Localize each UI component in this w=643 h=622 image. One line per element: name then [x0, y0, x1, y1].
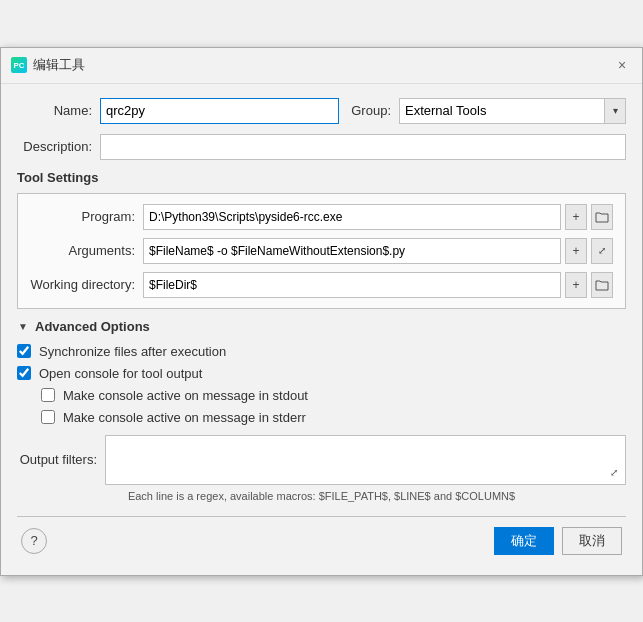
group-dropdown-btn[interactable]: ▾ — [604, 98, 626, 124]
name-input[interactable] — [100, 98, 339, 124]
output-filters-input[interactable] — [106, 436, 603, 484]
make-active-stdout-checkbox[interactable] — [41, 388, 55, 402]
output-filters-label: Output filters: — [17, 452, 97, 467]
title-bar-left: PC 编辑工具 — [11, 56, 85, 74]
name-label: Name: — [17, 103, 92, 118]
collapse-arrow[interactable]: ▼ — [17, 320, 29, 332]
confirm-button[interactable]: 确定 — [494, 527, 554, 555]
arguments-label: Arguments: — [30, 243, 135, 258]
description-label: Description: — [17, 139, 92, 154]
hint-text-content: Each line is a regex, available macros: … — [128, 490, 515, 502]
folder-icon-2 — [595, 279, 609, 291]
arguments-expand-btn[interactable]: ⤢ — [591, 238, 613, 264]
arguments-add-btn[interactable]: + — [565, 238, 587, 264]
button-row: ? 确定 取消 — [17, 527, 626, 561]
program-row: Program: + — [30, 204, 613, 230]
tool-settings-box: Program: + Arguments: + ⤢ — [17, 193, 626, 309]
advanced-options-header: ▼ Advanced Options — [17, 319, 626, 334]
tool-settings-title: Tool Settings — [17, 170, 626, 185]
group-label: Group: — [347, 103, 391, 118]
working-dir-add-btn[interactable]: + — [565, 272, 587, 298]
program-folder-btn[interactable] — [591, 204, 613, 230]
hint-text: Each line is a regex, available macros: … — [17, 490, 626, 502]
open-console-label: Open console for tool output — [39, 366, 202, 381]
folder-icon — [595, 211, 609, 223]
output-filters-wrapper: ⤢ — [105, 435, 626, 485]
name-group-row: Name: Group: External Tools ▾ — [17, 98, 626, 124]
open-console-checkbox[interactable] — [17, 366, 31, 380]
arguments-input[interactable] — [143, 238, 561, 264]
arguments-row: Arguments: + ⤢ — [30, 238, 613, 264]
make-active-stderr-row: Make console active on message in stderr — [41, 410, 626, 425]
working-dir-label: Working directory: — [30, 277, 135, 292]
working-dir-input-wrapper: + — [143, 272, 613, 298]
output-filters-row: Output filters: ⤢ — [17, 435, 626, 485]
group-select[interactable]: External Tools — [399, 98, 604, 124]
help-button[interactable]: ? — [21, 528, 47, 554]
description-row: Description: — [17, 134, 626, 160]
program-label: Program: — [30, 209, 135, 224]
working-dir-input[interactable] — [143, 272, 561, 298]
sync-files-row: Synchronize files after execution — [17, 344, 626, 359]
advanced-options-title: Advanced Options — [35, 319, 150, 334]
action-buttons: 确定 取消 — [494, 527, 622, 555]
make-active-stdout-label: Make console active on message in stdout — [63, 388, 308, 403]
divider — [17, 516, 626, 517]
dialog-content: Name: Group: External Tools ▾ Descriptio… — [1, 84, 642, 575]
cancel-button[interactable]: 取消 — [562, 527, 622, 555]
working-dir-folder-btn[interactable] — [591, 272, 613, 298]
program-input[interactable] — [143, 204, 561, 230]
working-dir-row: Working directory: + — [30, 272, 613, 298]
close-button[interactable]: × — [612, 55, 632, 75]
group-select-wrapper: External Tools ▾ — [399, 98, 626, 124]
app-logo: PC — [11, 57, 27, 73]
dialog-title: 编辑工具 — [33, 56, 85, 74]
title-bar: PC 编辑工具 × — [1, 48, 642, 84]
advanced-options-body: Synchronize files after execution Open c… — [17, 344, 626, 425]
description-input[interactable] — [100, 134, 626, 160]
dialog: PC 编辑工具 × Name: Group: External Tools ▾ … — [0, 47, 643, 576]
arguments-input-wrapper: + ⤢ — [143, 238, 613, 264]
program-add-btn[interactable]: + — [565, 204, 587, 230]
sync-files-label: Synchronize files after execution — [39, 344, 226, 359]
make-active-stdout-row: Make console active on message in stdout — [41, 388, 626, 403]
open-console-row: Open console for tool output — [17, 366, 626, 381]
sync-files-checkbox[interactable] — [17, 344, 31, 358]
program-input-wrapper: + — [143, 204, 613, 230]
make-active-stderr-checkbox[interactable] — [41, 410, 55, 424]
make-active-stderr-label: Make console active on message in stderr — [63, 410, 306, 425]
output-expand-btn[interactable]: ⤢ — [605, 464, 623, 482]
